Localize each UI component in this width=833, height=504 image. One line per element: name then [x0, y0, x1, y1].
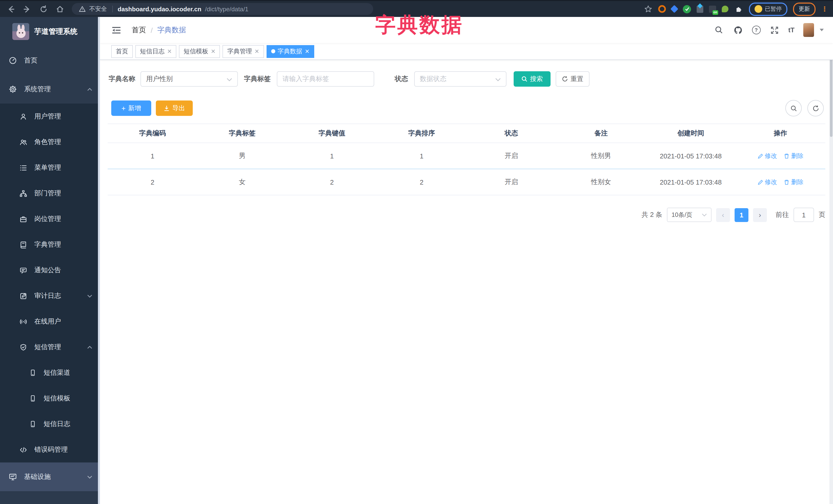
- delete-link[interactable]: 删除: [784, 151, 804, 160]
- fullscreen-icon[interactable]: [769, 25, 780, 35]
- page-scrollbar[interactable]: [829, 17, 833, 504]
- sidebar-item-menus[interactable]: 菜单管理: [0, 155, 100, 181]
- sidebar-item-departments[interactable]: 部门管理: [0, 181, 100, 206]
- sidebar-item-notices[interactable]: 通知公告: [0, 257, 100, 283]
- sidebar-item-roles[interactable]: 角色管理: [0, 129, 100, 155]
- sidebar-item-label: 部门管理: [34, 189, 61, 198]
- browser-update-button[interactable]: 更新: [793, 2, 815, 16]
- tab-home[interactable]: 首页: [111, 45, 133, 58]
- bookmark-star-icon[interactable]: [643, 4, 652, 14]
- sidebar-item-dict[interactable]: 字典管理: [0, 232, 100, 257]
- dict-data-table: 字典编码 字典标签 字典键值 字典排序 状态 备注 创建时间 操作 1: [108, 124, 825, 195]
- app-window: 芋道管理系统 首页 系统管理 用户管理 角色管理 菜单管理: [0, 17, 833, 504]
- phone-icon: [29, 395, 37, 402]
- sidebar-item-sms-log[interactable]: 短信日志: [0, 411, 100, 437]
- tab-dict-data[interactable]: 字典数据 ✕: [266, 45, 314, 58]
- export-button[interactable]: 导出: [156, 100, 193, 116]
- sidebar-scrollbar[interactable]: [98, 17, 100, 504]
- sidebar-item-label: 基础设施: [24, 472, 51, 481]
- tab-label: 字典管理: [227, 47, 252, 56]
- sidebar-item-error-codes[interactable]: 错误码管理: [0, 437, 100, 462]
- dict-name-select[interactable]: 用户性别: [140, 71, 238, 87]
- next-page-button[interactable]: ›: [753, 208, 767, 222]
- code-icon: [20, 446, 27, 454]
- column-header: 字典标签: [197, 124, 287, 143]
- search-icon[interactable]: [714, 25, 724, 35]
- toggle-search-button[interactable]: [785, 100, 802, 116]
- status-select[interactable]: 数据状态: [414, 71, 506, 87]
- tab-sms-log[interactable]: 短信日志 ✕: [135, 45, 176, 58]
- close-icon[interactable]: ✕: [211, 48, 215, 55]
- cell-value: 1: [287, 143, 377, 169]
- table-row: 1 男 1 1 开启 性别男 2021-01-05 17:03:48 修改: [108, 143, 825, 169]
- sidebar-item-audit-log[interactable]: 审计日志: [0, 283, 100, 309]
- github-icon[interactable]: [733, 25, 743, 35]
- extension-stats-icon[interactable]: [697, 5, 703, 13]
- tags-view: 首页 短信日志 ✕ 短信模板 ✕ 字典管理 ✕ 字典数据 ✕: [100, 43, 833, 60]
- home-icon[interactable]: [55, 4, 65, 14]
- dict-tag-placeholder: 请输入字典标签: [282, 74, 329, 83]
- app-logo-row[interactable]: 芋道管理系统: [0, 17, 100, 46]
- font-size-icon[interactable]: tT: [788, 26, 794, 34]
- chevron-up-icon: [87, 345, 92, 349]
- sidebar-item-system[interactable]: 系统管理: [0, 75, 100, 103]
- sidebar-item-posts[interactable]: 岗位管理: [0, 206, 100, 232]
- profile-paused-badge[interactable]: 已暂停: [749, 2, 787, 16]
- close-icon[interactable]: ✕: [255, 48, 259, 55]
- help-icon[interactable]: ?: [752, 26, 760, 34]
- prev-page-button[interactable]: ‹: [716, 208, 730, 222]
- online-signal-icon: [20, 318, 27, 325]
- user-avatar[interactable]: [803, 23, 814, 37]
- sidebar-item-infrastructure[interactable]: 基础设施: [0, 462, 100, 491]
- extension-on-badge-icon[interactable]: on: [709, 5, 716, 13]
- forward-icon[interactable]: [23, 4, 32, 14]
- delete-link[interactable]: 删除: [784, 178, 804, 186]
- sidebar-item-online-users[interactable]: 在线用户: [0, 309, 100, 334]
- breadcrumb-current[interactable]: 字典数据: [158, 25, 186, 34]
- main-panel: 首页 / 字典数据 ? tT: [100, 17, 833, 504]
- extension-leaf-icon[interactable]: [722, 6, 729, 12]
- add-button[interactable]: + 新增: [111, 100, 151, 116]
- url-divider: [112, 6, 113, 12]
- sidebar-item-label: 菜单管理: [34, 163, 61, 172]
- edit-link[interactable]: 修改: [757, 151, 777, 160]
- collapse-sidebar-icon[interactable]: [112, 26, 121, 34]
- back-icon[interactable]: [6, 4, 15, 14]
- refresh-table-button[interactable]: [807, 100, 824, 116]
- sidebar-item-sms[interactable]: 短信管理: [0, 334, 100, 360]
- avatar-caret-icon[interactable]: [820, 29, 824, 31]
- dict-tag-input[interactable]: 请输入字典标签: [277, 71, 374, 87]
- announcement-icon: [20, 266, 27, 274]
- reset-button[interactable]: 重置: [556, 71, 590, 87]
- chevron-down-icon: [87, 475, 92, 479]
- reload-icon[interactable]: [39, 4, 48, 14]
- sidebar-item-label: 在线用户: [34, 317, 61, 326]
- search-button[interactable]: 搜索: [514, 71, 551, 87]
- goto-page-input[interactable]: [793, 208, 814, 222]
- extension-blue-icon[interactable]: [670, 5, 678, 13]
- extension-green-check-icon[interactable]: [683, 5, 691, 13]
- sidebar-item-home[interactable]: 首页: [0, 46, 100, 75]
- breadcrumb-home[interactable]: 首页: [132, 25, 146, 34]
- current-page-button[interactable]: 1: [735, 208, 748, 222]
- sidebar-item-sms-channel[interactable]: 短信渠道: [0, 360, 100, 386]
- tab-sms-template[interactable]: 短信模板 ✕: [179, 45, 220, 58]
- close-icon[interactable]: ✕: [305, 48, 309, 55]
- sidebar-item-users[interactable]: 用户管理: [0, 103, 100, 129]
- download-icon: [164, 105, 170, 111]
- gear-icon: [9, 85, 17, 93]
- sidebar-item-sms-template[interactable]: 短信模板: [0, 386, 100, 411]
- cell-remark: 性别女: [556, 169, 646, 195]
- address-bar[interactable]: 不安全 dashboard.yudao.iocoder.cn/dict/type…: [72, 3, 373, 15]
- edit-icon: [757, 179, 763, 185]
- extension-orange-icon[interactable]: [658, 5, 666, 13]
- trash-icon: [784, 153, 790, 159]
- close-icon[interactable]: ✕: [167, 48, 172, 55]
- trash-icon: [784, 179, 790, 185]
- edit-link[interactable]: 修改: [757, 178, 777, 186]
- page-size-select[interactable]: 10条/页: [667, 208, 712, 222]
- tab-dict-manage[interactable]: 字典管理 ✕: [223, 45, 264, 58]
- browser-menu-icon[interactable]: ⋮: [821, 6, 828, 12]
- chevron-up-icon: [87, 88, 92, 91]
- extensions-puzzle-icon[interactable]: [734, 4, 743, 14]
